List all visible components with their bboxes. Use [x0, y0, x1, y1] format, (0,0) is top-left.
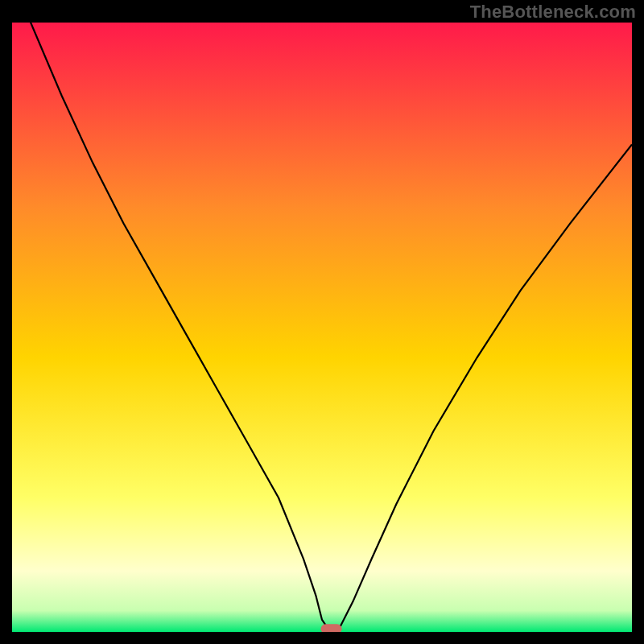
gradient-rect [12, 23, 632, 632]
chart-svg [12, 23, 632, 632]
chart-frame: TheBottleneck.com [0, 0, 644, 644]
plot-area [12, 23, 632, 632]
optimal-marker [321, 624, 342, 632]
watermark-text: TheBottleneck.com [470, 2, 636, 23]
